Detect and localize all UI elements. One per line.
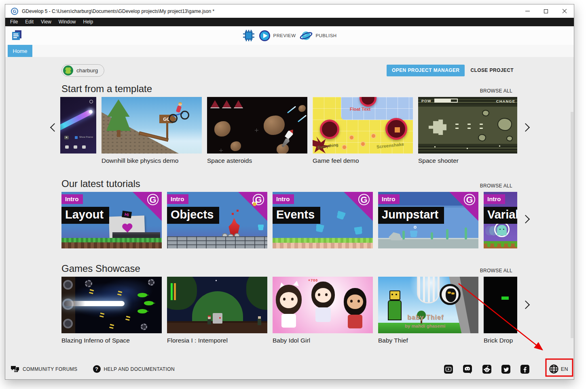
chevron-left-icon[interactable] [50, 123, 59, 132]
username: charburg [76, 67, 98, 74]
tutorial-title-text: Objects [167, 207, 219, 224]
tutorials-browse-all[interactable]: BROWSE ALL [480, 182, 512, 189]
toolbar: PREVIEW PUBLISH [5, 26, 574, 45]
template-card-label: Space shooter [418, 157, 517, 164]
tree-art [106, 99, 131, 131]
template-thumbnail-gamefeel[interactable]: Float Text Everything Screenshake [313, 97, 413, 153]
templates-browse-all[interactable]: BROWSE ALL [480, 87, 512, 95]
tutorial-card: G Intro Events [273, 192, 373, 248]
beam-art [64, 301, 125, 306]
showcase-thumbnail-babyidol[interactable]: +700 [273, 277, 373, 333]
tutorial-thumbnail-variables[interactable]: +1 Intro Variables [484, 192, 517, 248]
templates-section-head: Start from a template BROWSE ALL [61, 83, 512, 95]
app-window: G GDevelop 5 - C:\Users\charburg\Documen… [5, 4, 574, 380]
menu-window[interactable]: Window [55, 18, 80, 26]
help-documentation-button[interactable]: ? HELP AND DOCUMENTATION [93, 365, 175, 373]
minimize-icon [525, 11, 530, 11]
publish-label: PUBLISH [315, 33, 336, 38]
youtube-icon[interactable] [444, 365, 453, 374]
tutorial-thumbnail-jumpstart[interactable]: G Intro Jumpstart [378, 192, 478, 248]
template-thumbnail-asteroids[interactable] [207, 97, 307, 153]
hi-label: Hi [122, 210, 132, 218]
templates-title: Start from a template [61, 83, 480, 95]
language-button[interactable]: EN [549, 364, 568, 374]
close-project-button[interactable]: CLOSE PROJECT [469, 67, 515, 73]
showcase-thumbnail-babythief[interactable]: baby Thief by mahdi ghasemi [378, 277, 478, 333]
publish-button[interactable]: PUBLISH [300, 30, 336, 41]
debugger-button[interactable] [243, 29, 255, 42]
showcase-card-label: Baby Thief [378, 337, 478, 344]
thief-logo-art [440, 284, 461, 305]
template-thumbnail-bike[interactable]: GO [102, 97, 202, 153]
green-brick-art [501, 296, 509, 300]
mini-social-icons [65, 145, 86, 149]
intro-badge: Intro [378, 194, 400, 204]
template-card: Space asteroids [207, 97, 307, 164]
template-thumbnail-shooter[interactable]: POW CHANGE [418, 97, 517, 153]
menu-file[interactable]: File [6, 18, 21, 26]
chevron-right-icon[interactable] [521, 123, 530, 132]
showcase-card: Brick Drop [484, 277, 517, 344]
showcase-thumbnail-brickdrop[interactable] [484, 277, 517, 333]
social-links: EN [444, 364, 568, 374]
globe-icon [549, 364, 559, 374]
show-frame-label: Show Frame [79, 136, 93, 138]
template-card-label: Downhill bike physics demo [102, 157, 202, 164]
maximize-button[interactable] [537, 4, 555, 18]
showcase-card-label: Baby Idol Girl [273, 337, 373, 344]
menu-help[interactable]: Help [80, 18, 97, 26]
reddit-icon[interactable] [482, 365, 491, 374]
menu-edit[interactable]: Edit [21, 18, 37, 26]
close-button[interactable] [555, 4, 574, 18]
user-chip[interactable]: charburg [61, 64, 104, 77]
title-bar: G GDevelop 5 - C:\Users\charburg\Documen… [5, 4, 574, 18]
templates-carousel: Show Frame GO [5, 97, 574, 164]
forum-icon [11, 365, 19, 373]
close-icon [562, 9, 567, 14]
showcase-section-head: Games Showcase BROWSE ALL [61, 263, 512, 274]
showcase-card: Blazing Inferno of Space [61, 277, 162, 344]
menu-view[interactable]: View [37, 18, 55, 26]
change-label: CHANGE [496, 99, 515, 103]
fish-art [410, 232, 417, 237]
publish-planet-icon [300, 30, 313, 41]
open-project-manager-button[interactable]: OPEN PROJECT MANAGER [387, 65, 465, 76]
showcase-browse-all[interactable]: BROWSE ALL [480, 267, 512, 274]
mini-play-icon [64, 136, 69, 139]
tutorial-thumbnail-layout[interactable]: G Hi Intro Layout [61, 192, 162, 248]
showcase-card-label: Floresia I : Intemporel [167, 337, 267, 344]
template-card: Show Frame [60, 97, 96, 153]
chevron-right-icon[interactable] [521, 301, 530, 309]
facebook-icon[interactable] [520, 365, 529, 374]
tutorial-thumbnail-objects[interactable]: G Intro Objects [167, 192, 267, 248]
minimize-button[interactable] [518, 4, 537, 18]
tutorial-thumbnail-events[interactable]: G Intro Events [273, 192, 373, 248]
community-forums-button[interactable]: COMMUNITY FORUMS [11, 365, 78, 373]
intro-badge: Intro [61, 194, 83, 204]
tutorials-carousel: G Hi Intro Layout G [5, 192, 574, 248]
preview-label: PREVIEW [273, 33, 296, 38]
preview-button[interactable]: PREVIEW [259, 30, 296, 42]
babythief-title: baby Thief [407, 314, 444, 321]
footer: COMMUNITY FORUMS ? HELP AND DOCUMENTATIO… [5, 359, 574, 379]
pixel-ship-art [429, 120, 446, 135]
twitter-icon[interactable] [501, 365, 510, 374]
maximize-icon [544, 9, 548, 13]
cage-art [417, 277, 440, 303]
tab-home[interactable]: Home [8, 45, 32, 57]
thief-character-art [389, 290, 400, 300]
debugger-icon [243, 29, 255, 42]
discord-icon[interactable] [463, 365, 472, 374]
comet-art [60, 109, 93, 135]
float-text-label: Float Text [350, 107, 370, 111]
template-thumbnail-comet[interactable]: Show Frame [60, 97, 96, 153]
window-title: GDevelop 5 - C:\Users\charburg\Documents… [22, 8, 518, 14]
gdevelop-g-icon: G [147, 194, 159, 205]
showcase-thumbnail-floresia[interactable] [167, 277, 267, 333]
tutorial-title-text: Events [273, 207, 320, 224]
main-content: charburg OPEN PROJECT MANAGER CLOSE PROJ… [5, 57, 574, 359]
pow-label: POW [421, 99, 431, 103]
chevron-right-icon[interactable] [521, 215, 530, 223]
help-icon: ? [93, 365, 101, 373]
showcase-thumbnail-blazing[interactable] [61, 277, 162, 333]
